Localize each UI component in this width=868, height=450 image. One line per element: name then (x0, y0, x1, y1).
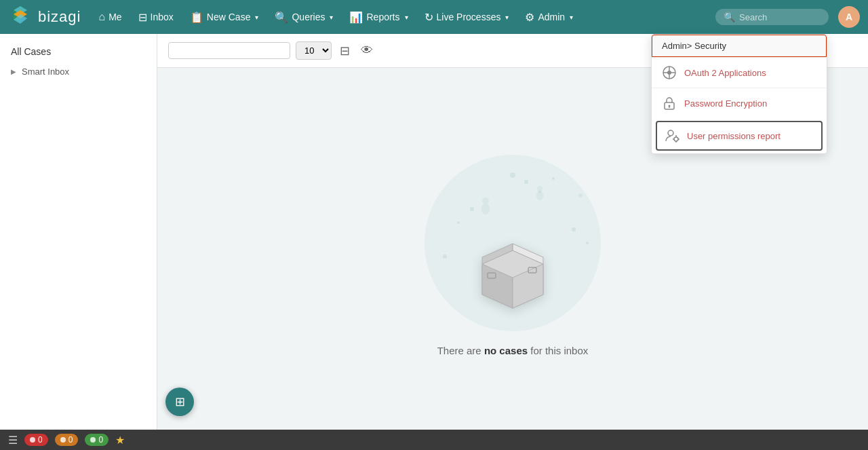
reports-icon: 📊 (349, 11, 363, 24)
sidebar-title: All Cases (0, 42, 157, 61)
fab-icon: ⊞ (175, 394, 185, 409)
admin-icon: ⚙ (525, 11, 534, 24)
logo-icon (8, 5, 33, 29)
empty-box (469, 227, 557, 318)
filter-button[interactable]: ⊟ (337, 41, 353, 61)
password-label: Password Encryption (684, 98, 767, 109)
svg-point-6 (667, 71, 671, 75)
hamburger-icon[interactable]: ☰ (8, 434, 18, 447)
live-processes-chevron: ▾ (505, 14, 509, 21)
briefcase-icon: 📋 (190, 11, 203, 24)
green-dot (90, 437, 96, 443)
nav-inbox[interactable]: ⊟ Inbox (132, 7, 180, 28)
empty-illustration (377, 141, 648, 331)
items-per-page-select[interactable]: 10 (296, 41, 332, 60)
filter-icon: ⊟ (340, 44, 350, 58)
search-input[interactable] (739, 12, 821, 22)
top-navigation: bizagi ⌂ Me ⊟ Inbox 📋 New Case ▾ 🔍 Queri… (0, 0, 868, 34)
nav-admin[interactable]: ⚙ Admin ▾ (518, 7, 580, 28)
reports-chevron: ▾ (405, 14, 408, 21)
nav-new-case[interactable]: 📋 New Case ▾ (183, 7, 266, 28)
svg-point-15 (674, 137, 678, 141)
empty-state-message: There are no cases for this inbox (437, 345, 589, 356)
star-icon[interactable]: ★ (115, 434, 125, 447)
sidebar-item-smart-inbox[interactable]: ▶ Smart Inbox (0, 61, 157, 82)
search-box[interactable]: 🔍 (715, 9, 829, 25)
user-permissions-icon (664, 128, 680, 144)
status-badge-orange[interactable]: 0 (55, 434, 79, 446)
dropdown-item-permissions[interactable]: User permissions report (656, 121, 823, 151)
sidebar: All Cases ▶ Smart Inbox (0, 34, 157, 430)
logo-text: bizagi (38, 8, 81, 26)
fab-button[interactable]: ⊞ (165, 388, 194, 416)
permissions-label: User permissions report (687, 131, 781, 141)
admin-chevron: ▾ (570, 14, 573, 21)
oauth-icon (661, 64, 677, 81)
status-bar: ☰ 0 0 0 ★ (0, 430, 868, 450)
orange-count: 0 (68, 435, 73, 445)
nav-reports[interactable]: 📊 Reports ▾ (342, 7, 414, 28)
new-case-chevron: ▾ (255, 14, 258, 21)
live-processes-icon: ↻ (425, 11, 433, 24)
nav-live-processes[interactable]: ↻ Live Processes ▾ (418, 7, 516, 28)
avatar[interactable]: A (838, 6, 860, 28)
status-badge-red[interactable]: 0 (24, 434, 48, 446)
search-icon: 🔍 (724, 12, 735, 22)
red-count: 0 (38, 435, 43, 445)
logo[interactable]: bizagi (8, 5, 81, 29)
status-badge-green[interactable]: 0 (85, 434, 108, 446)
cases-search-input[interactable] (168, 42, 290, 59)
nav-queries[interactable]: 🔍 Queries ▾ (268, 7, 340, 28)
oauth-label: OAuth 2 Applications (684, 68, 766, 78)
inbox-icon: ⊟ (138, 11, 147, 24)
green-count: 0 (98, 435, 103, 445)
orange-dot (60, 437, 66, 443)
lock-icon (661, 95, 677, 111)
nav-me[interactable]: ⌂ Me (92, 7, 128, 27)
dropdown-header[interactable]: Admin> Security (652, 35, 827, 57)
svg-point-14 (668, 130, 673, 136)
red-dot (30, 437, 35, 443)
search-nav-icon: 🔍 (275, 11, 288, 24)
queries-chevron: ▾ (330, 14, 333, 21)
home-icon: ⌂ (98, 11, 105, 23)
sidebar-item-label: Smart Inbox (22, 67, 69, 77)
view-toggle-button[interactable]: 👁 (358, 41, 376, 60)
smart-inbox-chevron-icon: ▶ (11, 68, 16, 75)
dropdown-item-password[interactable]: Password Encryption (652, 88, 827, 118)
dropdown-item-oauth[interactable]: OAuth 2 Applications (652, 57, 827, 88)
admin-security-dropdown: Admin> Security OAuth 2 Applications Pas… (651, 34, 827, 154)
eye-icon: 👁 (361, 43, 373, 57)
